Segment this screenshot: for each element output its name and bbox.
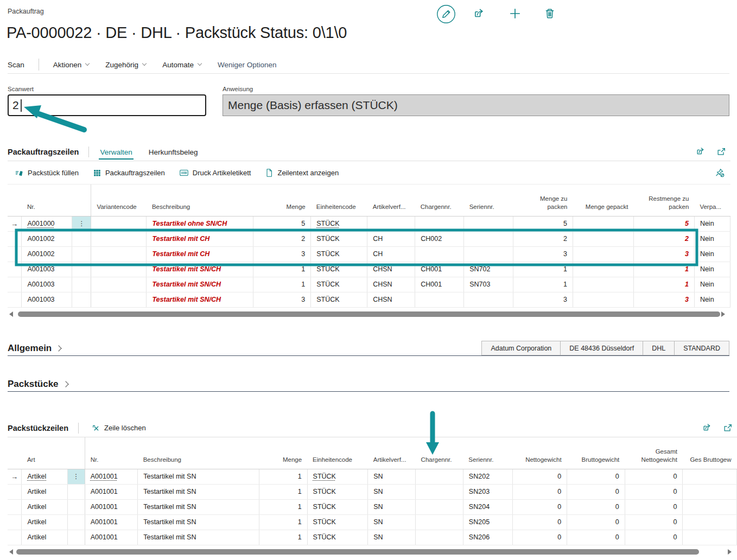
cell-variantencode[interactable] (91, 231, 147, 246)
cell-gesamt-nettogewicht[interactable]: 0 (625, 469, 683, 484)
cell-artikelverf[interactable]: CH (367, 231, 415, 246)
cell-beschreibung[interactable]: Testartikel mit SN (138, 469, 259, 484)
cell-chargennr[interactable]: CH002 (415, 231, 464, 246)
pack-order-line-row[interactable]: → A001000 ⋮ Testartikel ohne SN/CH 5 STÜ… (8, 216, 730, 231)
cell-gesamt-nettogewicht[interactable]: 0 (625, 484, 683, 499)
scanwert-input[interactable] (9, 96, 205, 115)
cell-gesamt-bruttogewicht[interactable] (683, 530, 737, 545)
scroll-right-arrow[interactable] (728, 549, 732, 555)
menu-zugehoerig[interactable]: Zugehörig (105, 61, 146, 69)
cell-artikelverf[interactable]: SN (368, 499, 416, 514)
cell-chargennr[interactable] (416, 514, 463, 530)
cell-beschreibung[interactable]: Testartikel ohne SN/CH (147, 216, 253, 231)
cell-restmenge-zu-packen[interactable]: 2 (633, 231, 694, 246)
cell-artikelverf[interactable]: CHSN (367, 262, 415, 277)
cell-verpa[interactable]: Nein (694, 216, 730, 231)
cell-bruttogewicht[interactable]: 0 (567, 514, 625, 530)
menu-weniger-optionen[interactable]: Weniger Optionen (218, 61, 277, 69)
col-menge-gepackt[interactable]: Menge gepackt (573, 184, 634, 216)
cell-einheitencode[interactable]: STÜCK (311, 262, 367, 277)
cell-chargennr[interactable] (416, 469, 463, 484)
cell-menge[interactable]: 1 (253, 262, 311, 277)
cell-menge[interactable]: 3 (253, 292, 311, 307)
cell-menge[interactable]: 5 (253, 216, 311, 231)
cell-restmenge-zu-packen[interactable]: 3 (633, 246, 694, 262)
cell-menge-gepackt[interactable] (573, 277, 634, 292)
cell-restmenge-zu-packen[interactable]: 3 (633, 292, 694, 307)
cell-menge[interactable]: 3 (253, 246, 311, 262)
open-in-window-icon[interactable] (723, 423, 733, 433)
pack-order-line-row[interactable]: A001003 Testartikel mit SN/CH 3 STÜCK CH… (8, 292, 730, 307)
cell-nettogewicht[interactable]: 0 (513, 484, 567, 499)
cell-artikelverf[interactable]: SN (368, 469, 416, 484)
row-menu-button[interactable] (72, 246, 91, 262)
col-seriennr[interactable]: Seriennr. (464, 184, 513, 216)
col-einheitencode[interactable]: Einheitencode (311, 184, 367, 216)
cell-seriennr[interactable]: SN204 (463, 499, 513, 514)
packstuecke-header[interactable]: Packstücke (8, 379, 68, 390)
share-icon[interactable] (702, 423, 712, 433)
cell-seriennr[interactable] (464, 231, 513, 246)
row-menu-button[interactable]: ⋮ (72, 216, 91, 231)
col-menge[interactable]: Menge (253, 184, 311, 216)
cell-artikelverf[interactable]: SN (368, 484, 416, 499)
pack-piece-line-row[interactable]: Artikel A001001 Testartikel mit SN 1 STÜ… (8, 514, 737, 530)
summary-address-button[interactable]: DE 48436 Düsseldorf (561, 341, 643, 355)
cell-gesamt-bruttogewicht[interactable] (683, 499, 737, 514)
cell-bruttogewicht[interactable]: 0 (567, 469, 625, 484)
tab-herkunftsbeleg[interactable]: Herkunftsbeleg (148, 144, 199, 160)
cell-chargennr[interactable] (415, 246, 464, 262)
cell-menge-gepackt[interactable] (573, 246, 634, 262)
cell-menge-gepackt[interactable] (573, 262, 634, 277)
cell-menge[interactable]: 1 (253, 277, 311, 292)
row-menu-button[interactable] (72, 231, 91, 246)
cell-chargennr[interactable] (415, 292, 464, 307)
cell-menge[interactable]: 1 (259, 514, 307, 530)
cell-art[interactable]: Artikel (22, 514, 67, 530)
cell-nr[interactable]: A001002 (22, 231, 72, 246)
cell-einheitencode[interactable]: STÜCK (307, 499, 368, 514)
col-nr[interactable]: Nr. (85, 437, 138, 469)
cell-variantencode[interactable] (91, 246, 147, 262)
col-seriennr[interactable]: Seriennr. (463, 437, 513, 469)
col-beschreibung[interactable]: Beschreibung (147, 184, 253, 216)
summary-carrier-button[interactable]: DHL (643, 341, 675, 355)
cell-menge-zu-packen[interactable]: 3 (513, 246, 573, 262)
col-verpa[interactable]: Verpa... (694, 184, 730, 216)
cell-art[interactable]: Artikel (22, 469, 67, 484)
menu-automate[interactable]: Automate (162, 61, 201, 69)
cell-menge[interactable]: 1 (259, 530, 307, 545)
cell-menge-gepackt[interactable] (573, 292, 634, 307)
cell-seriennr[interactable] (464, 292, 513, 307)
scroll-left-arrow[interactable] (9, 549, 13, 555)
cell-art[interactable]: Artikel (22, 499, 67, 514)
cell-gesamt-nettogewicht[interactable]: 0 (625, 499, 683, 514)
share-icon[interactable] (696, 147, 706, 157)
cell-verpa[interactable]: Nein (694, 246, 730, 262)
cell-chargennr[interactable]: CH001 (415, 277, 464, 292)
pin-off-icon[interactable] (715, 168, 725, 178)
cell-einheitencode[interactable]: STÜCK (307, 514, 368, 530)
cell-bruttogewicht[interactable]: 0 (567, 499, 625, 514)
cell-einheitencode[interactable]: STÜCK (311, 216, 367, 231)
cell-menge-zu-packen[interactable]: 3 (513, 292, 573, 307)
cell-verpa[interactable]: Nein (694, 292, 730, 307)
col-einheitencode[interactable]: Einheitencode (307, 437, 368, 469)
cell-menge-gepackt[interactable] (573, 216, 634, 231)
cell-nr[interactable]: A001001 (85, 469, 138, 484)
cell-verpa[interactable]: Nein (694, 231, 730, 246)
cell-menge[interactable]: 1 (259, 484, 307, 499)
cell-variantencode[interactable] (91, 262, 147, 277)
summary-standard-button[interactable]: STANDARD (675, 341, 729, 355)
menu-aktionen[interactable]: Aktionen (53, 61, 90, 69)
cell-variantencode[interactable] (91, 216, 147, 231)
row-menu-button[interactable] (72, 292, 91, 307)
cell-beschreibung[interactable]: Testartikel mit SN (138, 499, 259, 514)
cell-nettogewicht[interactable]: 0 (513, 469, 567, 484)
cell-einheitencode[interactable]: STÜCK (307, 484, 368, 499)
cell-einheitencode[interactable]: STÜCK (311, 231, 367, 246)
cell-nettogewicht[interactable]: 0 (513, 499, 567, 514)
cell-nr[interactable]: A001002 (22, 246, 72, 262)
cell-nr[interactable]: A001001 (85, 530, 138, 545)
cell-chargennr[interactable]: CH001 (415, 262, 464, 277)
